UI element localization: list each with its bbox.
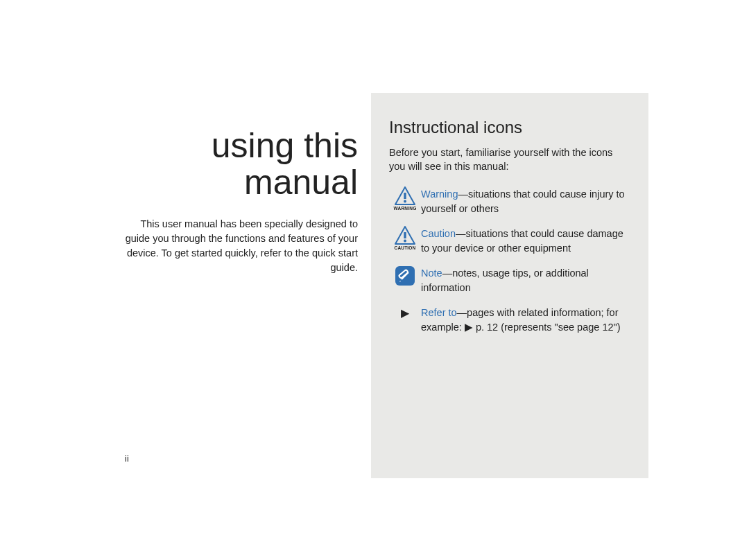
- caution-icon-col: CAUTION: [389, 226, 421, 250]
- warning-icon-col: WARNING: [389, 186, 421, 211]
- svg-rect-0: [404, 193, 406, 199]
- row-warning: WARNING Warning—situations that could ca…: [389, 186, 630, 216]
- refer-desc-b: p. 12 (represents "see page 12"): [473, 322, 621, 333]
- warning-icon: [395, 186, 415, 205]
- arrow-icon: ▶: [401, 306, 409, 320]
- warning-keyword: Warning: [421, 189, 458, 200]
- svg-point-1: [404, 200, 406, 202]
- title-line-1: using this: [212, 126, 358, 165]
- note-text: Note—notes, usage tips, or additional in…: [421, 265, 630, 295]
- intro-paragraph: This user manual has been specially desi…: [122, 217, 358, 275]
- title-line-2: manual: [244, 163, 358, 202]
- page-number: ii: [125, 453, 129, 464]
- caution-text: Caution—situations that could cause dama…: [421, 226, 630, 256]
- warning-text: Warning—situations that could cause inju…: [421, 186, 630, 216]
- svg-rect-2: [404, 232, 406, 238]
- warning-sub-label: WARNING: [394, 206, 417, 211]
- note-icon: [395, 265, 415, 286]
- caution-keyword: Caution: [421, 228, 456, 239]
- manual-page: using this manual This user manual has b…: [0, 0, 749, 560]
- right-column: Instructional icons Before you start, fa…: [371, 93, 648, 478]
- caution-sub-label: CAUTION: [394, 245, 415, 250]
- inline-arrow-icon: ▶: [465, 322, 473, 333]
- caution-icon: [395, 226, 415, 245]
- refer-text: Refer to—pages with related information;…: [421, 305, 630, 335]
- row-refer: ▶ Refer to—pages with related informatio…: [389, 305, 630, 335]
- note-keyword: Note: [421, 268, 442, 279]
- left-column: using this manual This user manual has b…: [122, 128, 358, 275]
- refer-icon-col: ▶: [389, 305, 421, 320]
- note-icon-col: [389, 265, 421, 286]
- page-title: using this manual: [122, 128, 358, 200]
- section-intro: Before you start, familiarise yourself w…: [389, 146, 630, 174]
- refer-keyword: Refer to: [421, 307, 457, 318]
- svg-point-3: [404, 239, 406, 242]
- row-note: Note—notes, usage tips, or additional in…: [389, 265, 630, 295]
- row-caution: CAUTION Caution—situations that could ca…: [389, 226, 630, 256]
- note-desc: —notes, usage tips, or additional inform…: [421, 268, 589, 293]
- section-heading: Instructional icons: [389, 118, 630, 137]
